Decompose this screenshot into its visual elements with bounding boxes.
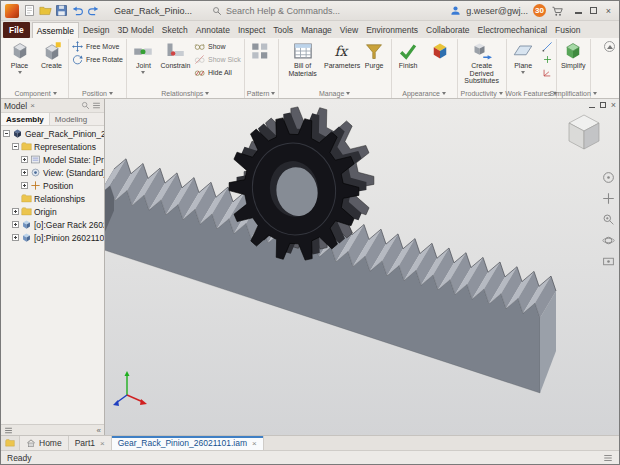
free-rotate-button[interactable]: Free Rotate bbox=[70, 53, 125, 66]
constrain-button[interactable]: Constrain bbox=[160, 40, 191, 70]
bill-of-materials-button[interactable]: Bill of Materials bbox=[280, 40, 326, 77]
ribbon-group-label[interactable]: Productivity bbox=[458, 90, 506, 97]
axis-button[interactable] bbox=[540, 40, 555, 53]
doc-tab-close-icon[interactable]: × bbox=[100, 439, 105, 448]
ribbon-tab-manage[interactable]: Manage bbox=[297, 22, 336, 38]
document-tabs-lead[interactable] bbox=[1, 436, 20, 450]
undo-icon[interactable] bbox=[71, 4, 84, 17]
pan-icon[interactable] bbox=[602, 192, 615, 205]
show-button[interactable]: Show bbox=[192, 40, 243, 53]
plane-button[interactable]: Plane bbox=[508, 40, 539, 76]
user-avatar-icon[interactable] bbox=[450, 5, 461, 16]
browser-footer-menu-icon[interactable] bbox=[4, 426, 13, 435]
cart-icon[interactable] bbox=[551, 5, 563, 17]
inventor-logo-icon[interactable] bbox=[5, 4, 19, 18]
browser-tab-modeling[interactable]: Modeling bbox=[50, 113, 92, 125]
ribbon-group-label[interactable]: Position bbox=[69, 90, 126, 97]
ribbon-group-label[interactable]: Pattern bbox=[245, 90, 278, 97]
browser-close-icon[interactable]: × bbox=[30, 101, 35, 110]
search-input[interactable] bbox=[226, 6, 344, 16]
tree-item-view-standard[interactable]: View: (Standard) bbox=[1, 166, 104, 179]
view-cube[interactable] bbox=[561, 109, 607, 155]
create-derived-substitutes-button[interactable]: Create Derived Substitutes bbox=[459, 40, 505, 85]
appearance-box-button[interactable] bbox=[425, 40, 456, 62]
ribbon-group-label[interactable]: Manage bbox=[279, 90, 391, 97]
doc-close-icon[interactable]: × bbox=[611, 100, 616, 110]
tree-item-model-state-prim[interactable]: Model State: [Prim... bbox=[1, 153, 104, 166]
ribbon-group-label[interactable]: Relationships bbox=[127, 90, 244, 97]
ribbon-tab-fusion[interactable]: Fusion bbox=[551, 22, 585, 38]
free-move-button[interactable]: Free Move bbox=[70, 40, 125, 53]
point-button[interactable] bbox=[540, 53, 555, 66]
ribbon-tab-file[interactable]: File bbox=[3, 22, 30, 38]
ribbon-tab-environments[interactable]: Environments bbox=[362, 22, 422, 38]
ribbon-tab-inspect[interactable]: Inspect bbox=[234, 22, 269, 38]
tree-expander-icon[interactable] bbox=[12, 234, 19, 241]
minimize-button[interactable] bbox=[572, 4, 585, 17]
doc-minimize-icon[interactable] bbox=[589, 103, 595, 108]
ribbon-tab-design[interactable]: Design bbox=[79, 22, 113, 38]
ribbon-tab-3d-model[interactable]: 3D Model bbox=[113, 22, 157, 38]
purge-button[interactable]: Purge bbox=[359, 40, 390, 70]
create-button[interactable]: Create bbox=[36, 40, 67, 70]
3d-canvas[interactable] bbox=[105, 99, 619, 435]
status-menu-icon[interactable] bbox=[603, 453, 613, 463]
ribbon-tab-view[interactable]: View bbox=[336, 22, 362, 38]
tree-item-gear-rack-pinion-260[interactable]: Gear_Rack_Pinion_260... bbox=[1, 127, 104, 140]
ribbon-tab-electromechanical[interactable]: Electromechanical bbox=[474, 22, 551, 38]
ribbon-collapse-button[interactable] bbox=[604, 41, 615, 52]
doc-tab-part1[interactable]: Part1× bbox=[69, 436, 112, 450]
ribbon-group-label[interactable]: Work Features bbox=[507, 90, 556, 97]
orbit-icon[interactable] bbox=[602, 234, 615, 247]
ribbon-tab-tools[interactable]: Tools bbox=[269, 22, 297, 38]
parameters-button[interactable]: fxParameters bbox=[327, 40, 358, 70]
ribbon-group-label[interactable]: Simplification bbox=[557, 90, 590, 97]
navigation-wheel-icon[interactable] bbox=[602, 171, 615, 184]
tree-item-relationships[interactable]: Relationships bbox=[1, 192, 104, 205]
tree-item-o-gear-rack-260211[interactable]: [o]:Gear Rack 260211... bbox=[1, 218, 104, 231]
browser-menu-icon[interactable] bbox=[92, 101, 101, 110]
tree-item-o-pinion-26021101[interactable]: [o]:Pinion 26021101:... bbox=[1, 231, 104, 244]
doc-tab-gear-rack-pinion-26021101-iam[interactable]: Gear_Rack_Pinion_26021101.iam× bbox=[112, 436, 264, 450]
ribbon-group-label[interactable]: Appearance bbox=[392, 90, 457, 97]
tree-expander-icon[interactable] bbox=[21, 169, 28, 176]
browser-panel-title[interactable]: Model bbox=[4, 101, 27, 111]
ribbon-group-label[interactable]: Component bbox=[3, 90, 68, 97]
look-at-icon[interactable] bbox=[602, 255, 615, 268]
show-sick-button[interactable]: Show Sick bbox=[192, 53, 243, 66]
tree-item-origin[interactable]: Origin bbox=[1, 205, 104, 218]
command-search[interactable] bbox=[212, 6, 344, 16]
save-icon[interactable] bbox=[55, 4, 68, 17]
new-doc-icon[interactable] bbox=[23, 4, 36, 17]
ribbon-tab-collaborate[interactable]: Collaborate bbox=[422, 22, 473, 38]
hide-all-button[interactable]: Hide All bbox=[192, 66, 243, 79]
close-button[interactable]: × bbox=[602, 4, 615, 17]
tree-expander-icon[interactable] bbox=[21, 182, 28, 189]
zoom-icon[interactable] bbox=[602, 213, 615, 226]
tree-expander-icon[interactable] bbox=[12, 221, 19, 228]
place-button[interactable]: Place bbox=[4, 40, 35, 76]
redo-icon[interactable] bbox=[87, 4, 100, 17]
tree-expander-icon[interactable] bbox=[12, 208, 19, 215]
tree-expander-icon[interactable] bbox=[21, 156, 28, 163]
signed-in-user[interactable]: g.weser@gwj... bbox=[466, 6, 528, 16]
tree-expander-icon[interactable] bbox=[12, 143, 19, 150]
tree-expander-icon[interactable] bbox=[3, 130, 10, 137]
browser-tab-assembly[interactable]: Assembly bbox=[1, 113, 50, 125]
browser-collapse-icon[interactable]: « bbox=[97, 426, 101, 435]
simplify-button[interactable]: Simplify bbox=[558, 40, 589, 70]
doc-restore-icon[interactable] bbox=[600, 102, 606, 108]
tree-item-position[interactable]: Position bbox=[1, 179, 104, 192]
finish-button[interactable]: Finish bbox=[393, 40, 424, 70]
ribbon-tab-sketch[interactable]: Sketch bbox=[158, 22, 192, 38]
ribbon-tab-assemble[interactable]: Assemble bbox=[32, 22, 79, 38]
ucs-button[interactable] bbox=[540, 66, 555, 79]
browser-search-icon[interactable] bbox=[81, 101, 90, 110]
ribbon-tab-annotate[interactable]: Annotate bbox=[192, 22, 234, 38]
pattern-button[interactable] bbox=[246, 40, 277, 62]
tree-item-representations[interactable]: Representations bbox=[1, 140, 104, 153]
notification-badge[interactable]: 30 bbox=[533, 4, 546, 17]
maximize-button[interactable] bbox=[587, 4, 600, 17]
open-icon[interactable] bbox=[39, 4, 52, 17]
joint-button[interactable]: Joint bbox=[128, 40, 159, 76]
